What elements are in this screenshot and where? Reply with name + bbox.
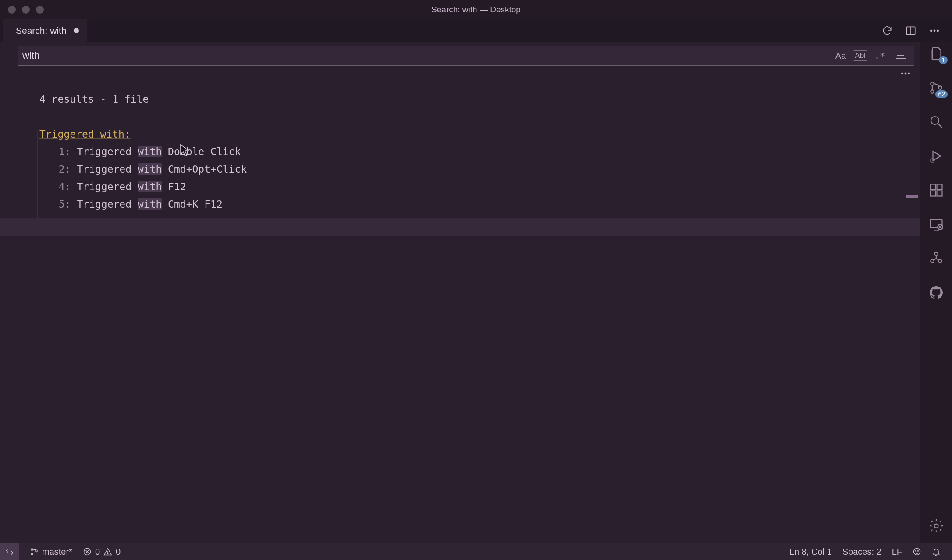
svg-point-26 bbox=[934, 252, 938, 256]
svg-point-40 bbox=[918, 551, 919, 552]
search-input[interactable] bbox=[22, 50, 831, 61]
svg-point-32 bbox=[36, 550, 37, 552]
svg-rect-18 bbox=[937, 184, 942, 190]
zoom-window[interactable] bbox=[36, 6, 44, 14]
svg-point-37 bbox=[107, 553, 108, 554]
tab-label: Search: with bbox=[16, 25, 67, 36]
eol-status[interactable]: LF bbox=[887, 547, 907, 557]
more-actions-button[interactable] bbox=[928, 25, 941, 37]
result-line[interactable]: 5: Triggered with Cmd+K F12 bbox=[0, 195, 920, 213]
svg-rect-17 bbox=[931, 184, 936, 190]
line-pre: Triggered bbox=[77, 146, 137, 157]
match-highlight: with bbox=[138, 163, 162, 175]
line-pre: Triggered bbox=[77, 163, 137, 175]
svg-rect-20 bbox=[937, 191, 942, 196]
minimize-window[interactable] bbox=[22, 6, 30, 14]
settings-gear[interactable] bbox=[927, 516, 946, 535]
extensions-view[interactable] bbox=[927, 181, 946, 200]
svg-point-5 bbox=[934, 30, 935, 31]
line-number: 4: bbox=[53, 181, 77, 192]
line-number: 2: bbox=[53, 163, 77, 175]
svg-point-7 bbox=[902, 73, 903, 74]
line-post: Cmd+K F12 bbox=[162, 198, 222, 210]
titlebar: Search: with — Desktop bbox=[0, 0, 952, 19]
branch-name: master* bbox=[42, 547, 72, 557]
svg-point-39 bbox=[916, 551, 916, 552]
line-pre: Triggered bbox=[77, 198, 137, 210]
search-view[interactable] bbox=[927, 112, 946, 131]
refresh-button[interactable] bbox=[881, 25, 893, 37]
match-highlight: with bbox=[138, 198, 162, 210]
results-area[interactable]: 4 results - 1 file Triggered with: 1: Tr… bbox=[0, 80, 920, 543]
svg-point-12 bbox=[938, 86, 942, 89]
activity-bar: 1 62 bbox=[920, 42, 952, 543]
explorer-badge: 1 bbox=[939, 56, 948, 64]
github-view[interactable] bbox=[927, 283, 946, 302]
match-highlight: with bbox=[138, 181, 162, 192]
warning-count: 0 bbox=[116, 547, 121, 557]
tab-bar: Search: with bbox=[0, 19, 952, 42]
match-case-toggle[interactable]: Aa bbox=[834, 50, 848, 62]
feedback-icon[interactable] bbox=[907, 547, 927, 556]
search-context-lines-button[interactable] bbox=[895, 50, 907, 62]
error-count: 0 bbox=[95, 547, 100, 557]
result-line[interactable]: 2: Triggered with Cmd+Opt+Click bbox=[0, 160, 920, 178]
run-debug-view[interactable] bbox=[927, 146, 946, 166]
match-highlight: with bbox=[138, 146, 162, 157]
line-post: F12 bbox=[162, 181, 186, 192]
current-line-highlight bbox=[0, 218, 920, 236]
notifications-icon[interactable] bbox=[927, 547, 946, 556]
svg-point-27 bbox=[931, 259, 934, 263]
result-file-name[interactable]: Triggered with: bbox=[0, 125, 920, 143]
svg-point-28 bbox=[938, 259, 942, 263]
toggle-search-details[interactable] bbox=[899, 67, 912, 80]
scm-view[interactable]: 62 bbox=[927, 78, 946, 97]
result-line[interactable]: 1: Triggered with Double Click bbox=[0, 143, 920, 160]
git-graph-view[interactable] bbox=[927, 249, 946, 268]
window-title: Search: with — Desktop bbox=[431, 5, 521, 14]
svg-point-9 bbox=[908, 73, 909, 74]
cursor-position[interactable]: Ln 8, Col 1 bbox=[784, 547, 837, 557]
tab-actions bbox=[881, 19, 952, 42]
remote-explorer-view[interactable] bbox=[927, 215, 946, 234]
svg-point-38 bbox=[914, 549, 920, 555]
fold-guide bbox=[37, 131, 38, 218]
close-window[interactable] bbox=[8, 6, 16, 14]
svg-point-10 bbox=[931, 82, 934, 85]
line-post: Double Click bbox=[162, 146, 241, 157]
dirty-indicator bbox=[74, 28, 79, 33]
svg-point-6 bbox=[937, 30, 938, 31]
svg-point-30 bbox=[31, 549, 33, 550]
search-input-wrap: Aa Abl .* bbox=[18, 46, 914, 66]
result-line[interactable]: 4: Triggered with F12 bbox=[0, 178, 920, 195]
split-editor-button[interactable] bbox=[905, 25, 917, 37]
svg-point-29 bbox=[934, 524, 938, 528]
indentation-status[interactable]: Spaces: 2 bbox=[837, 547, 887, 557]
scm-badge: 62 bbox=[935, 90, 948, 98]
problems-status[interactable]: 0 0 bbox=[78, 547, 126, 557]
remote-indicator[interactable] bbox=[0, 543, 19, 560]
svg-line-14 bbox=[938, 124, 942, 128]
regex-toggle[interactable]: .* bbox=[873, 50, 887, 62]
minimap-indicator bbox=[906, 195, 918, 198]
line-pre: Triggered bbox=[77, 181, 137, 192]
status-bar: master* 0 0 Ln 8, Col 1 Spaces: 2 LF bbox=[0, 543, 952, 560]
svg-point-11 bbox=[931, 90, 934, 93]
window-controls bbox=[8, 6, 44, 14]
line-post: Cmd+Opt+Click bbox=[162, 163, 247, 175]
results-summary: 4 results - 1 file bbox=[0, 90, 920, 108]
editor-area: Aa Abl .* 4 results - 1 file Triggered w… bbox=[0, 42, 920, 543]
svg-point-31 bbox=[31, 553, 33, 555]
svg-point-4 bbox=[931, 30, 932, 31]
svg-rect-19 bbox=[931, 191, 936, 196]
tab-search-with[interactable]: Search: with bbox=[3, 19, 87, 42]
svg-point-8 bbox=[905, 73, 906, 74]
svg-point-13 bbox=[931, 117, 939, 124]
explorer-view[interactable]: 1 bbox=[927, 44, 946, 63]
whole-word-toggle[interactable]: Abl bbox=[853, 50, 867, 61]
line-number: 1: bbox=[53, 146, 77, 157]
branch-status[interactable]: master* bbox=[25, 547, 78, 557]
line-number: 5: bbox=[53, 198, 77, 210]
